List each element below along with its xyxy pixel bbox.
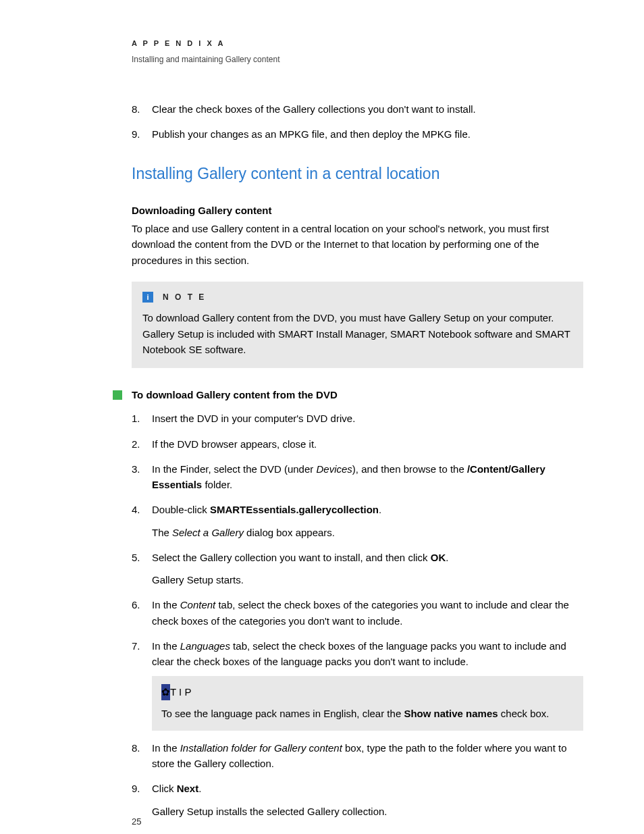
list-item: 8. Clear the check boxes of the Gallery … xyxy=(132,101,583,117)
info-icon: i xyxy=(142,292,153,303)
step-item: 3. In the Finder, select the DVD (under … xyxy=(132,461,583,493)
page-header: A P P E N D I X A Installing and maintai… xyxy=(132,38,583,66)
appendix-label: A P P E N D I X A xyxy=(132,38,583,49)
step-item: 6. In the Content tab, select the check … xyxy=(132,597,583,629)
step-text: If the DVD browser appears, close it. xyxy=(152,436,583,452)
step-item: 7. In the Languages tab, select the chec… xyxy=(132,638,583,731)
header-subtitle: Installing and maintaining Gallery conte… xyxy=(132,53,583,66)
step-text: Select the Gallery collection you want t… xyxy=(152,550,583,565)
tip-body: To see the language pack names in Englis… xyxy=(161,706,574,721)
step-number: 6. xyxy=(132,597,152,629)
procedure-heading: To download Gallery content from the DVD xyxy=(113,387,583,402)
page-number: 25 xyxy=(132,815,141,829)
continued-list: 8. Clear the check boxes of the Gallery … xyxy=(132,101,583,142)
list-number: 9. xyxy=(132,126,152,142)
subsection-heading: Downloading Gallery content xyxy=(132,203,583,218)
step-number: 9. xyxy=(132,781,152,796)
step-text: Insert the DVD in your computer's DVD dr… xyxy=(152,411,583,426)
step-result: Gallery Setup starts. xyxy=(152,572,583,588)
list-text: Clear the check boxes of the Gallery col… xyxy=(152,101,476,117)
step-number: 1. xyxy=(132,411,152,426)
step-result: Gallery Setup installs the selected Gall… xyxy=(152,804,583,819)
list-item: 9. Publish your changes as an MPKG file,… xyxy=(132,126,583,142)
list-number: 8. xyxy=(132,101,152,117)
step-text: In the Languages tab, select the check b… xyxy=(152,638,583,670)
step-text: In the Installation folder for Gallery c… xyxy=(152,740,583,772)
step-item: 1. Insert the DVD in your computer's DVD… xyxy=(132,411,583,426)
tip-icon: ✿ xyxy=(161,684,170,700)
paragraph: To place and use Gallery content in a ce… xyxy=(132,221,583,268)
step-number: 2. xyxy=(132,436,152,452)
step-item: 9. Click Next. Gallery Setup installs th… xyxy=(132,781,583,819)
note-callout: i N O T E To download Gallery content fr… xyxy=(132,282,583,368)
step-result: The Select a Gallery dialog box appears. xyxy=(152,525,583,540)
list-text: Publish your changes as an MPKG file, an… xyxy=(152,126,471,142)
document-page: A P P E N D I X A Installing and maintai… xyxy=(0,0,644,834)
section-heading: Installing Gallery content in a central … xyxy=(132,162,583,186)
procedure-marker-icon xyxy=(113,390,122,400)
procedure-title: To download Gallery content from the DVD xyxy=(132,387,338,402)
tip-callout: ✿ T I P To see the language pack names i… xyxy=(152,676,583,731)
step-number: 4. xyxy=(132,502,152,517)
step-text: In the Content tab, select the check box… xyxy=(152,597,583,629)
procedure-steps: 1. Insert the DVD in your computer's DVD… xyxy=(132,411,583,819)
note-label: N O T E xyxy=(163,291,206,304)
step-text: In the Finder, select the DVD (under Dev… xyxy=(152,461,583,493)
step-text: Click Next. xyxy=(152,781,583,796)
main-content: 8. Clear the check boxes of the Gallery … xyxy=(132,101,583,819)
step-item: 2. If the DVD browser appears, close it. xyxy=(132,436,583,452)
step-item: 4. Double-click SMARTEssentials.galleryc… xyxy=(132,502,583,540)
step-number: 5. xyxy=(132,550,152,565)
step-number: 8. xyxy=(132,740,152,772)
step-number: 3. xyxy=(132,461,152,493)
step-number: 7. xyxy=(132,638,152,670)
step-item: 8. In the Installation folder for Galler… xyxy=(132,740,583,772)
step-item: 5. Select the Gallery collection you wan… xyxy=(132,550,583,588)
tip-label: T I P xyxy=(170,684,191,700)
step-text: Double-click SMARTEssentials.gallerycoll… xyxy=(152,502,583,517)
note-body: To download Gallery content from the DVD… xyxy=(142,310,572,357)
